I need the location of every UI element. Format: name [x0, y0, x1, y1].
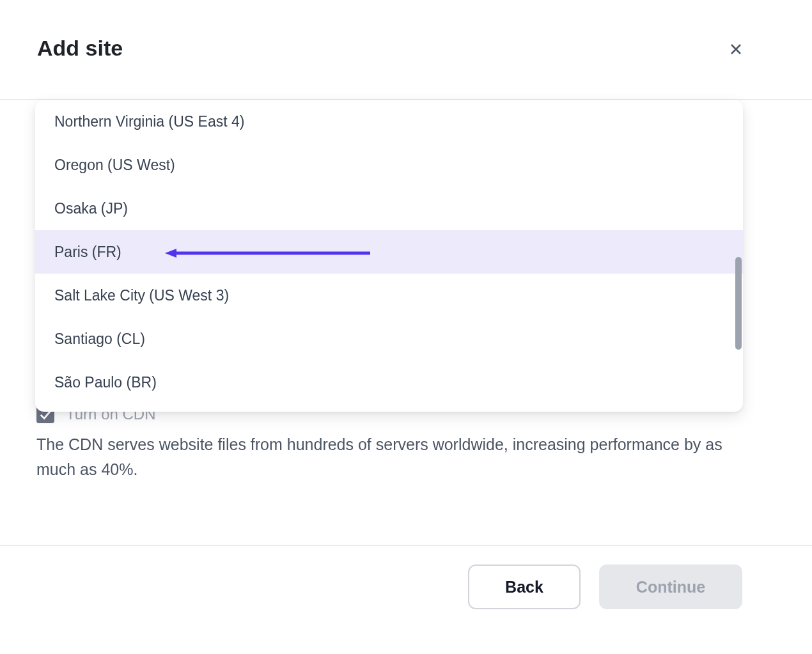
dropdown-option[interactable]: Salt Lake City (US West 3) — [35, 274, 743, 317]
dropdown-option[interactable]: São Paulo (BR) — [35, 361, 743, 404]
dropdown-option-label: Santiago (CL) — [54, 331, 145, 348]
cdn-description: The CDN serves website files from hundre… — [36, 432, 728, 482]
close-button[interactable] — [727, 41, 745, 59]
dialog-footer: Back Continue — [0, 545, 812, 654]
page-title: Add site — [37, 36, 123, 61]
dropdown-option[interactable]: Osaka (JP) — [35, 187, 743, 230]
continue-button[interactable]: Continue — [599, 564, 742, 609]
dropdown-option-label: Salt Lake City (US West 3) — [54, 287, 229, 304]
dropdown-option-label: Oregon (US West) — [54, 157, 175, 174]
dropdown-option-label: Paris (FR) — [54, 244, 121, 261]
dropdown-option-highlighted[interactable]: Paris (FR) — [35, 230, 743, 274]
dropdown-option[interactable]: Northern Virginia (US East 4) — [35, 100, 743, 143]
dropdown-option-label: Osaka (JP) — [54, 200, 128, 217]
dialog-header: Add site — [0, 0, 812, 100]
scrollbar-thumb[interactable] — [735, 257, 742, 350]
dropdown-option-label: Northern Virginia (US East 4) — [54, 113, 244, 130]
back-button[interactable]: Back — [468, 564, 581, 609]
dropdown-option-label: São Paulo (BR) — [54, 374, 157, 391]
dropdown-option[interactable]: Santiago (CL) — [35, 317, 743, 361]
data-center-dropdown[interactable]: Northern Virginia (US East 4) Oregon (US… — [35, 100, 743, 412]
dropdown-option[interactable]: Oregon (US West) — [35, 143, 743, 187]
close-icon — [728, 42, 744, 59]
